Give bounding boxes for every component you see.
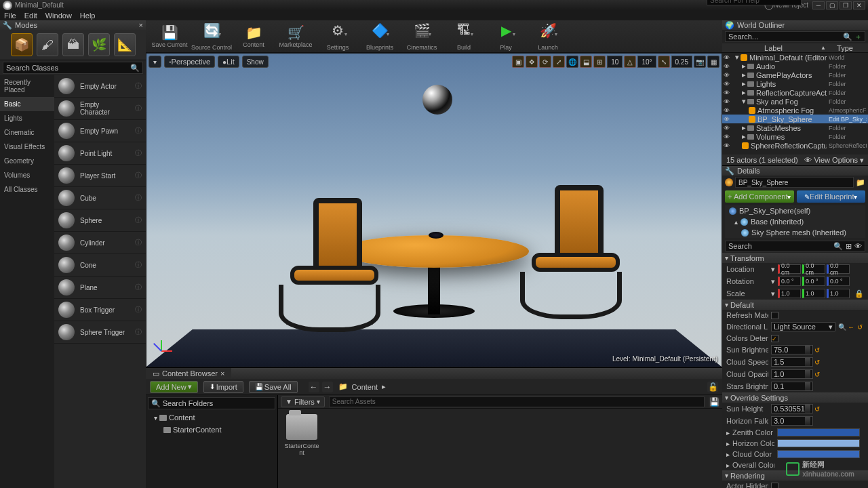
visibility-icon[interactable]: 👁 <box>724 107 730 114</box>
cat-override[interactable]: ▾Override Settings <box>722 392 868 403</box>
settings-button[interactable]: ⚙▼Settings <box>317 20 359 53</box>
import-button[interactable]: ⬇ Import <box>203 381 243 393</box>
cat-lights[interactable]: Lights <box>0 111 54 125</box>
directional-light-select[interactable]: Light Source▾ <box>771 322 835 331</box>
outliner-row-staticmeshes[interactable]: 👁▸StaticMeshesFolder <box>722 123 868 132</box>
add-icon[interactable]: ＋ <box>854 32 862 42</box>
add-component-button[interactable]: + Add Component ▾ <box>725 190 794 203</box>
scale-snap-value[interactable]: 0.25 <box>671 56 692 68</box>
cat-geometry[interactable]: Geometry <box>0 154 54 168</box>
outliner-search-input[interactable]: Search...🔍＋ <box>725 31 865 42</box>
outliner-row-audio[interactable]: 👁▸AudioFolder <box>722 62 868 70</box>
surface-snap-button[interactable]: ⬓ <box>580 56 592 68</box>
actor-name-input[interactable]: BP_Sky_Sphere <box>735 177 854 188</box>
outliner-row-volumes[interactable]: 👁▸VolumesFolder <box>722 132 868 141</box>
save-all-button[interactable]: 💾 Save All <box>249 381 298 393</box>
rotation-y-input[interactable]: 0.0 ° <box>802 277 825 286</box>
coord-space-button[interactable]: 🌐 <box>566 56 578 68</box>
filters-button[interactable]: ▼Filters▾ <box>281 396 325 407</box>
menu-file[interactable]: File <box>4 12 16 20</box>
edit-blueprint-button[interactable]: ✎ Edit Blueprint ▾ <box>797 190 866 203</box>
location-z-input[interactable]: 0.0 cm <box>827 264 850 274</box>
horizon-color-swatch[interactable] <box>777 439 860 447</box>
angle-snap-button[interactable]: △ <box>624 56 636 68</box>
launch-button[interactable]: 🚀▼Launch <box>527 20 569 53</box>
info-icon[interactable]: ⓘ <box>135 216 142 225</box>
cb-save-icon[interactable]: 💾 <box>709 396 719 407</box>
info-icon[interactable]: ⓘ <box>135 126 142 136</box>
sun-brightness-input[interactable]: 75.0 <box>771 345 813 354</box>
browse-icon[interactable]: 📁 <box>856 178 865 187</box>
find-icon[interactable]: 🔍 <box>838 323 845 330</box>
content-browser-tab[interactable]: ▭ Content Browser × <box>146 368 231 379</box>
outliner-row-spherereflectioncapture[interactable]: 👁SphereReflectionCaptureSphereReflection <box>722 141 868 150</box>
breadcrumb[interactable]: 📁 Content▸ <box>338 382 387 391</box>
global-help-search[interactable]: Search For Help <box>707 0 802 5</box>
eye-icon[interactable]: 👁 <box>854 242 862 250</box>
cloud-opacity-input[interactable]: 1.0 <box>771 369 813 379</box>
market-button[interactable]: 🛒Marketplace <box>275 20 317 53</box>
visibility-icon[interactable]: 👁 <box>724 134 730 140</box>
reset-icon[interactable]: ↺ <box>857 323 864 330</box>
transform-select-button[interactable]: ▣ <box>512 56 524 68</box>
menu-help[interactable]: Help <box>80 12 96 20</box>
info-icon[interactable]: ⓘ <box>135 305 142 314</box>
scale-x-input[interactable]: 1.0 <box>778 289 801 298</box>
outliner-row-sky-and-fog[interactable]: 👁▾Sky and FogFolder <box>722 97 868 106</box>
rotation-z-input[interactable]: 0.0 ° <box>827 277 850 286</box>
cat-basic[interactable]: Basic <box>0 97 54 111</box>
minimize-button[interactable]: ─ <box>812 1 825 9</box>
location-x-input[interactable]: 0.0 cm <box>778 264 801 274</box>
outliner-view-options[interactable]: 👁View Options▾ <box>804 156 864 165</box>
viewport-options-button[interactable]: ▾ <box>149 56 161 68</box>
level-viewport[interactable]: ▾ ▫ Perspective ● Lit Show ▣ ✥ ⟳ ⤢ 🌐 ⬓ ⊞… <box>146 54 722 367</box>
transform-translate-button[interactable]: ✥ <box>526 56 538 68</box>
source-button[interactable]: 🔄▼Source Control <box>191 20 233 53</box>
visibility-icon[interactable]: 👁 <box>724 89 730 96</box>
content-button[interactable]: 📁Content <box>233 20 275 53</box>
add-new-button[interactable]: Add New▾ <box>150 381 198 393</box>
outliner-row-gameplayactors[interactable]: 👁▸GamePlayActorsFolder <box>722 70 868 79</box>
viewport-show-button[interactable]: Show <box>242 56 269 68</box>
info-icon[interactable]: ⓘ <box>135 148 142 158</box>
cinematics-button[interactable]: 🎬▼Cinematics <box>401 20 443 53</box>
mode-paint-button[interactable]: 🖌 <box>37 33 58 56</box>
visibility-icon[interactable]: 👁 <box>724 116 730 123</box>
close-button[interactable]: ✕ <box>853 1 865 9</box>
nav-back-button[interactable]: ← <box>309 382 319 392</box>
outliner-row-atmospheric-fog[interactable]: 👁Atmospheric FogAtmosphericFog <box>722 106 868 115</box>
lock-scale-icon[interactable]: 🔒 <box>854 289 864 298</box>
scale-y-input[interactable]: 1.0 <box>802 289 825 298</box>
scale-snap-button[interactable]: ⤡ <box>658 56 670 68</box>
actor-hidden-checkbox[interactable] <box>771 483 778 489</box>
component-sky-mesh[interactable]: Sky Sphere mesh (Inherited) <box>725 227 865 238</box>
restore-button[interactable]: ❐ <box>840 1 852 9</box>
tree-content-root[interactable]: ▾Content <box>146 411 277 424</box>
component-base[interactable]: ▴Base (Inherited) <box>725 216 865 227</box>
maximize-button[interactable]: ▢ <box>826 1 838 9</box>
visibility-icon[interactable]: 👁 <box>724 98 730 105</box>
rotation-x-input[interactable]: 0.0 ° <box>778 277 801 286</box>
visibility-icon[interactable]: 👁 <box>724 81 730 87</box>
cat-volumes[interactable]: Volumes <box>0 168 54 182</box>
search-classes-input[interactable]: Search Classes 🔍 <box>3 62 143 74</box>
zenith-color-swatch[interactable] <box>777 428 860 436</box>
colors-determined-checkbox[interactable] <box>771 335 778 342</box>
stars-brightness-input[interactable]: 0.1 <box>771 382 813 391</box>
transform-scale-button[interactable]: ⤢ <box>553 56 565 68</box>
mode-foliage-button[interactable]: 🌿 <box>88 33 110 56</box>
modes-close-icon[interactable]: × <box>139 21 143 29</box>
place-item-box-trigger[interactable]: Box Triggerⓘ <box>54 299 146 321</box>
use-icon[interactable]: ← <box>848 323 854 330</box>
details-search-input[interactable]: Search🔍 ⊞ 👁 <box>725 241 865 251</box>
place-item-sphere-trigger[interactable]: Sphere Triggerⓘ <box>54 321 146 344</box>
component-self[interactable]: BP_Sky_Sphere(self) <box>725 205 865 216</box>
play-button[interactable]: ▶▼Play <box>485 20 527 53</box>
cloud-speed-input[interactable]: 1.5 <box>771 357 813 367</box>
search-folders-input[interactable]: 🔍 Search Folders <box>148 397 275 409</box>
build-button[interactable]: 🏗▼Build <box>443 20 485 53</box>
outliner-row-lights[interactable]: 👁▸LightsFolder <box>722 79 868 88</box>
menu-edit[interactable]: Edit <box>24 12 37 20</box>
info-icon[interactable]: ⓘ <box>135 283 142 292</box>
visibility-icon[interactable]: 👁 <box>724 63 730 70</box>
